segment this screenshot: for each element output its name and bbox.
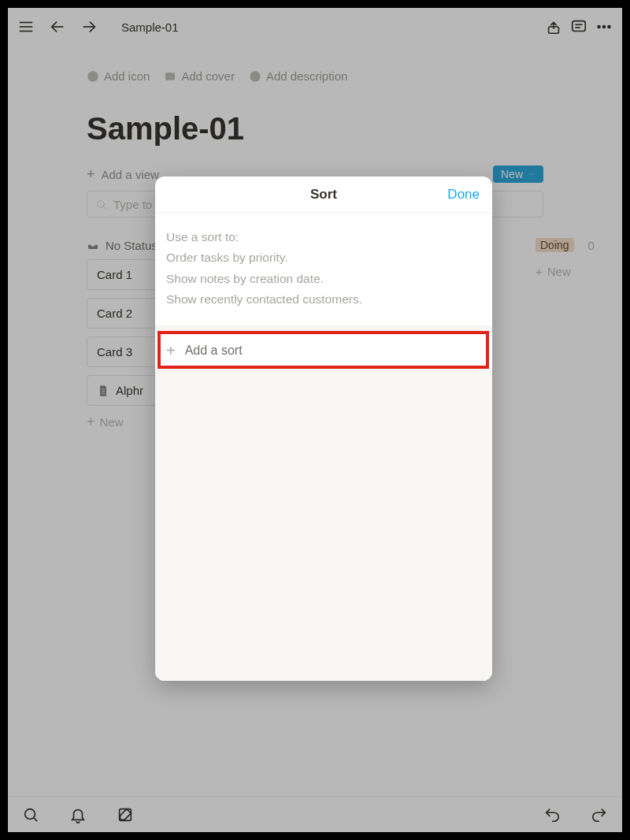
modal-help-text: Use a sort to: Order tasks by priority. …: [155, 213, 492, 326]
modal-body: + Add a sort: [155, 326, 492, 681]
help-line: Show notes by creation date.: [166, 269, 481, 289]
add-sort-button[interactable]: + Add a sort: [155, 331, 492, 370]
help-line: Show recently contacted customers.: [166, 289, 481, 310]
sort-modal: Sort Done Use a sort to: Order tasks by …: [155, 177, 492, 681]
add-sort-label: Add a sort: [185, 344, 243, 358]
done-button[interactable]: Done: [447, 177, 480, 213]
modal-title: Sort: [310, 187, 337, 203]
modal-header: Sort Done: [155, 177, 492, 213]
plus-icon: +: [166, 342, 176, 360]
help-line: Use a sort to:: [166, 227, 481, 247]
help-line: Order tasks by priority.: [166, 247, 481, 268]
